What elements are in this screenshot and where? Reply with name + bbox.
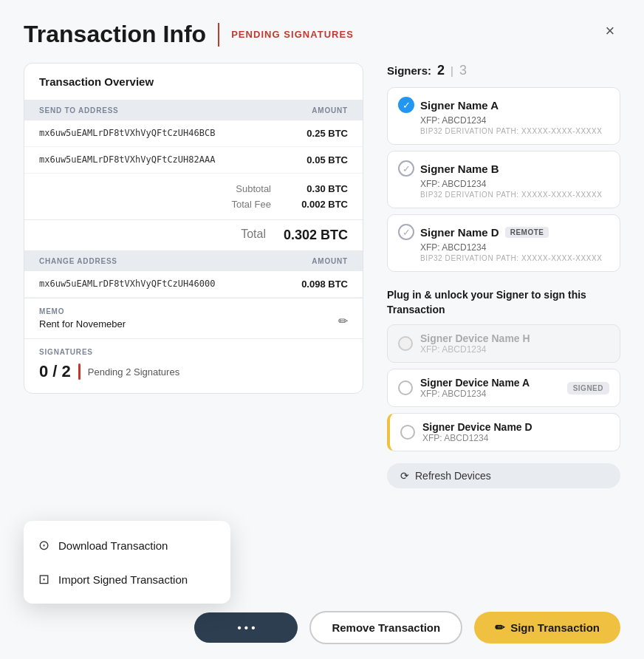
- table-row: mx6uw5uEAMLrDF8tVXhVyQFtCzUH46BCB 0.25 B…: [24, 120, 363, 147]
- dropdown-item-import[interactable]: ⊡ Import Signed Transaction: [24, 562, 230, 596]
- signer-card-b: ✓ Signer Name B XFP: ABCD1234 BIP32 DERI…: [387, 151, 620, 208]
- table-row: mx6uw5uEAMLrDF8tVXhVyQFtCzUH82AAA 0.05 B…: [24, 147, 363, 174]
- subtotal-label: Subtotal: [236, 183, 271, 194]
- send-address-1: mx6uw5uEAMLrDF8tVXhVyQFtCzUH46BCB: [39, 128, 215, 139]
- device-card-a: Signer Device Name A XFP: ABCD1234 SIGNE…: [387, 369, 620, 407]
- device-radio-h[interactable]: [398, 336, 413, 351]
- memo-edit-icon[interactable]: ✏: [338, 314, 348, 328]
- signers-divider: |: [451, 64, 453, 77]
- device-xfp-d: XFP: ABCD1234: [422, 433, 609, 443]
- signed-badge-a: SIGNED: [567, 382, 609, 395]
- device-card-h: Signer Device Name H XFP: ABCD1234: [387, 324, 620, 363]
- remove-transaction-button[interactable]: Remove Transaction: [309, 611, 462, 644]
- signer-name-b: Signer Name B: [420, 163, 499, 175]
- remote-badge-d: REMOTE: [505, 227, 549, 238]
- signer-name-row-b: ✓ Signer Name B: [398, 160, 609, 177]
- fee-label: Total Fee: [232, 199, 271, 210]
- refresh-label: Refresh Devices: [415, 470, 491, 482]
- signer-xfp-d: XFP: ABCD1234: [420, 242, 609, 253]
- send-col-address: SEND TO ADDRESS: [39, 106, 119, 115]
- device-name-a: Signer Device Name A: [420, 377, 560, 389]
- dropdown-import-label: Import Signed Transaction: [58, 573, 188, 586]
- signer-bip32-b: BIP32 DERIVATION PATH: XXXXX-XXXX-XXXXX: [420, 191, 609, 199]
- signer-name-a: Signer Name A: [420, 99, 499, 112]
- modal-footer: ⊙ Download Transaction ⊡ Import Signed T…: [0, 596, 644, 659]
- send-amount-2: 0.05 BTC: [306, 154, 348, 165]
- sign-label: Sign Transaction: [510, 621, 600, 634]
- import-icon: ⊡: [38, 571, 49, 587]
- dropdown-popup: ⊙ Download Transaction ⊡ Import Signed T…: [24, 521, 230, 604]
- signer-check-outline-d: ✓: [398, 224, 414, 240]
- transaction-overview-card: Transaction Overview SEND TO ADDRESS AMO…: [24, 63, 363, 394]
- send-table-header: SEND TO ADDRESS AMOUNT: [24, 100, 363, 120]
- sign-transaction-button[interactable]: ✏ Sign Transaction: [474, 612, 620, 643]
- signer-card-a: ✓ Signer Name A XFP: ABCD1234 BIP32 DERI…: [387, 87, 620, 145]
- signers-header: Signers: 2 | 3: [387, 63, 620, 78]
- download-icon: ⊙: [38, 537, 49, 553]
- plug-unlock-text: Plug in & unlock your Signer to sign thi…: [387, 288, 620, 317]
- signatures-section: SIGNATURES 0 / 2 Pending 2 Signatures: [24, 339, 363, 393]
- change-section: CHANGE ADDRESS AMOUNT mx6uw5uEAMLrDF8tVX…: [24, 251, 363, 298]
- dropdown-download-label: Download Transaction: [58, 539, 168, 552]
- change-col-amount: AMOUNT: [312, 257, 348, 265]
- memo-value: Rent for Novemeber: [39, 318, 348, 330]
- left-panel: Transaction Overview SEND TO ADDRESS AMO…: [24, 63, 363, 596]
- signer-card-d: ✓ Signer Name D REMOTE XFP: ABCD1234 BIP…: [387, 214, 620, 272]
- status-badge: PENDING SIGNATURES: [231, 29, 354, 40]
- subtotal-section: Subtotal 0.30 BTC Total Fee 0.002 BTC: [24, 174, 363, 220]
- send-amount-1: 0.25 BTC: [306, 128, 348, 139]
- change-col-address: CHANGE ADDRESS: [39, 257, 117, 265]
- subtotal-row: Subtotal 0.30 BTC: [39, 181, 348, 197]
- subtotal-value: 0.30 BTC: [289, 183, 348, 194]
- signer-check-icon-a: ✓: [398, 97, 414, 113]
- refresh-devices-button[interactable]: ⟳ Refresh Devices: [387, 463, 620, 488]
- signatures-pending-text: Pending 2 Signatures: [88, 366, 179, 378]
- total-label: Total: [241, 228, 266, 243]
- signer-xfp-b: XFP: ABCD1234: [420, 179, 609, 189]
- modal-body: Transaction Overview SEND TO ADDRESS AMO…: [0, 63, 644, 596]
- device-xfp-a: XFP: ABCD1234: [420, 389, 560, 399]
- signatures-count: 0 / 2: [39, 362, 71, 381]
- memo-section: MEMO Rent for Novemeber ✏: [24, 298, 363, 339]
- signers-total-count: 3: [459, 63, 467, 78]
- fee-row: Total Fee 0.002 BTC: [39, 197, 348, 212]
- table-row: mx6uw5uEAMLrDF8tVXhVyQFtCzUH46000 0.098 …: [24, 271, 363, 298]
- signatures-pending-bar: [78, 363, 80, 380]
- signers-label: Signers:: [387, 64, 431, 77]
- dropdown-item-download[interactable]: ⊙ Download Transaction: [24, 528, 230, 562]
- device-xfp-h: XFP: ABCD1234: [420, 344, 609, 355]
- device-info-h: Signer Device Name H XFP: ABCD1234: [420, 332, 609, 355]
- total-row: Total 0.302 BTC: [24, 220, 363, 251]
- signers-active-count: 2: [437, 63, 445, 78]
- modal: Transaction Info PENDING SIGNATURES × Tr…: [0, 0, 644, 659]
- signatures-label: SIGNATURES: [39, 348, 348, 356]
- modal-header: Transaction Info PENDING SIGNATURES ×: [0, 0, 644, 63]
- device-radio-a[interactable]: [398, 380, 413, 395]
- page-title: Transaction Info: [24, 21, 206, 48]
- send-col-amount: AMOUNT: [312, 106, 348, 115]
- close-button[interactable]: ×: [597, 18, 623, 44]
- signer-xfp-a: XFP: ABCD1234: [420, 115, 609, 126]
- memo-label: MEMO: [39, 307, 348, 315]
- device-card-d: Signer Device Name D XFP: ABCD1234: [387, 413, 620, 451]
- total-value: 0.302 BTC: [284, 228, 348, 243]
- more-button[interactable]: • • •: [194, 612, 298, 643]
- overview-title: Transaction Overview: [24, 64, 363, 100]
- signer-bip32-d: BIP32 DERIVATION PATH: XXXXX-XXXX-XXXXX: [420, 254, 609, 262]
- send-address-2: mx6uw5uEAMLrDF8tVXhVyQFtCzUH82AAA: [39, 154, 215, 165]
- device-info-a: Signer Device Name A XFP: ABCD1234: [420, 377, 560, 399]
- change-table-header: CHANGE ADDRESS AMOUNT: [24, 251, 363, 271]
- change-amount-1: 0.098 BTC: [301, 279, 348, 290]
- device-name-d: Signer Device Name D: [422, 421, 609, 433]
- sign-icon: ✏: [495, 621, 504, 635]
- signatures-status-row: 0 / 2 Pending 2 Signatures: [39, 362, 348, 381]
- refresh-icon: ⟳: [400, 470, 409, 482]
- change-address-1: mx6uw5uEAMLrDF8tVXhVyQFtCzUH46000: [39, 279, 215, 290]
- signer-name-row-d: ✓ Signer Name D REMOTE: [398, 224, 609, 240]
- fee-value: 0.002 BTC: [289, 199, 348, 210]
- device-info-d: Signer Device Name D XFP: ABCD1234: [422, 421, 609, 443]
- device-radio-d[interactable]: [400, 425, 415, 440]
- signer-name-row-a: ✓ Signer Name A: [398, 97, 609, 113]
- signer-name-d: Signer Name D: [420, 226, 499, 239]
- right-panel: Signers: 2 | 3 ✓ Signer Name A XFP: ABCD…: [387, 63, 620, 596]
